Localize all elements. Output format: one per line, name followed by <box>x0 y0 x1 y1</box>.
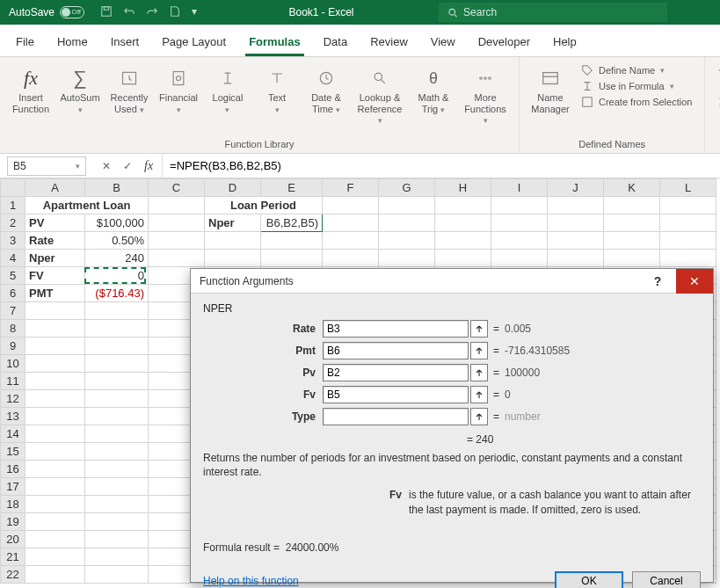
qat-overflow-icon[interactable]: ▾ <box>192 5 197 20</box>
cell[interactable]: Nper <box>25 250 85 267</box>
autosum-button[interactable]: ∑ AutoSum ▾ <box>58 62 102 118</box>
cell[interactable]: B6,B2,B5) <box>261 214 323 232</box>
enter-icon[interactable]: ✓ <box>123 160 132 172</box>
row-header[interactable]: 21 <box>1 548 25 566</box>
use-in-formula-button[interactable]: Use in Formula ▾ <box>581 80 692 92</box>
chevron-down-icon[interactable]: ▾ <box>76 162 80 171</box>
cancel-icon[interactable]: ✕ <box>102 160 111 172</box>
cancel-button[interactable]: Cancel <box>632 571 701 588</box>
row-header[interactable]: 7 <box>1 302 25 320</box>
collapse-dialog-icon[interactable] <box>470 364 488 381</box>
arg-input-pv[interactable] <box>323 364 469 381</box>
row-header[interactable]: 10 <box>1 355 25 373</box>
tab-review[interactable]: Review <box>367 30 411 56</box>
cell[interactable]: ($716.43) <box>85 285 149 302</box>
select-all-cell[interactable] <box>1 179 25 197</box>
cell[interactable]: FV <box>25 267 85 285</box>
create-from-selection-button[interactable]: Create from Selection <box>581 96 692 108</box>
row-header[interactable]: 6 <box>1 285 25 302</box>
dialog-titlebar[interactable]: Function Arguments ? ✕ <box>191 269 713 294</box>
col-header[interactable]: G <box>379 179 435 197</box>
row-header[interactable]: 9 <box>1 338 25 355</box>
row-header[interactable]: 20 <box>1 531 25 548</box>
ok-button[interactable]: OK <box>555 571 623 588</box>
row-header[interactable]: 18 <box>1 496 25 513</box>
col-header[interactable]: H <box>435 179 491 197</box>
row-header[interactable]: 5 <box>1 267 25 285</box>
define-name-button[interactable]: Define Name ▾ <box>581 64 692 76</box>
date-time-button[interactable]: Date & Time ▾ <box>304 62 348 118</box>
col-header[interactable]: D <box>205 179 261 197</box>
cell[interactable]: Apartment Loan <box>25 197 149 214</box>
dialog-help-button[interactable]: ? <box>639 269 676 294</box>
more-functions-button[interactable]: More Functions ▾ <box>461 62 510 129</box>
row-header[interactable]: 13 <box>1 408 25 425</box>
arg-input-type[interactable] <box>323 408 469 425</box>
export-icon[interactable] <box>169 5 181 20</box>
row-header[interactable]: 4 <box>1 250 25 267</box>
autosave-toggle[interactable]: AutoSave Off <box>0 6 93 18</box>
collapse-dialog-icon[interactable] <box>470 408 488 425</box>
col-header[interactable]: B <box>85 179 149 197</box>
col-header[interactable]: K <box>604 179 660 197</box>
cell[interactable]: Nper <box>205 214 261 232</box>
cell[interactable] <box>149 197 205 214</box>
row-header[interactable]: 2 <box>1 214 25 232</box>
tab-insert[interactable]: Insert <box>107 30 143 56</box>
tab-developer[interactable]: Developer <box>475 30 534 56</box>
recently-used-button[interactable]: Recently Used ▾ <box>107 62 151 118</box>
arg-input-rate[interactable] <box>323 320 469 338</box>
cell[interactable]: PMT <box>25 285 85 302</box>
collapse-dialog-icon[interactable] <box>470 342 488 359</box>
cell[interactable]: $100,000 <box>85 214 149 232</box>
row-header[interactable]: 1 <box>1 197 25 214</box>
math-trig-button[interactable]: θ Math & Trig ▾ <box>411 62 455 118</box>
row-header[interactable]: 14 <box>1 425 25 443</box>
financial-button[interactable]: Financial▾ <box>156 62 200 118</box>
search-input[interactable] <box>463 6 658 18</box>
col-header[interactable]: J <box>548 179 604 197</box>
row-header[interactable]: 3 <box>1 232 25 250</box>
save-icon[interactable] <box>100 5 113 20</box>
row-header[interactable]: 16 <box>1 461 25 478</box>
fx-icon[interactable]: fx <box>144 159 153 173</box>
search-box[interactable] <box>439 3 667 22</box>
name-box[interactable]: B5 ▾ <box>7 156 86 176</box>
arg-input-pmt[interactable] <box>323 342 469 359</box>
row-header[interactable]: 15 <box>1 443 25 461</box>
tab-page-layout[interactable]: Page Layout <box>158 30 229 56</box>
row-header[interactable]: 22 <box>1 566 25 584</box>
tab-file[interactable]: File <box>12 30 38 56</box>
insert-function-button[interactable]: fx Insert Function <box>9 62 53 118</box>
cell[interactable]: Loan Period <box>205 197 323 214</box>
col-header[interactable]: L <box>660 179 716 197</box>
collapse-dialog-icon[interactable] <box>470 320 488 338</box>
collapse-dialog-icon[interactable] <box>470 386 488 403</box>
cell[interactable]: PV <box>25 214 85 232</box>
col-header[interactable]: A <box>25 179 85 197</box>
cell[interactable]: 0.50% <box>85 232 149 250</box>
col-header[interactable]: C <box>149 179 205 197</box>
undo-icon[interactable] <box>123 5 135 20</box>
tab-help[interactable]: Help <box>549 30 580 56</box>
formula-input[interactable] <box>162 154 720 178</box>
cell[interactable]: 240 <box>85 250 149 267</box>
cell[interactable]: Rate <box>25 232 85 250</box>
text-button[interactable]: Text▾ <box>255 62 299 118</box>
arg-input-fv[interactable] <box>323 386 469 403</box>
tab-view[interactable]: View <box>427 30 459 56</box>
row-header[interactable]: 12 <box>1 390 25 408</box>
logical-button[interactable]: Logical▾ <box>206 62 250 118</box>
cell[interactable]: 0 <box>85 267 149 285</box>
redo-icon[interactable] <box>146 5 158 20</box>
col-header[interactable]: E <box>261 179 323 197</box>
col-header[interactable]: F <box>323 179 379 197</box>
tab-data[interactable]: Data <box>320 30 351 56</box>
row-header[interactable]: 17 <box>1 478 25 496</box>
row-header[interactable]: 19 <box>1 513 25 531</box>
col-header[interactable]: I <box>491 179 548 197</box>
dialog-close-button[interactable]: ✕ <box>676 269 713 294</box>
tab-home[interactable]: Home <box>54 30 91 56</box>
help-link[interactable]: Help on this function <box>203 575 299 587</box>
toggle-switch[interactable]: Off <box>60 6 84 18</box>
